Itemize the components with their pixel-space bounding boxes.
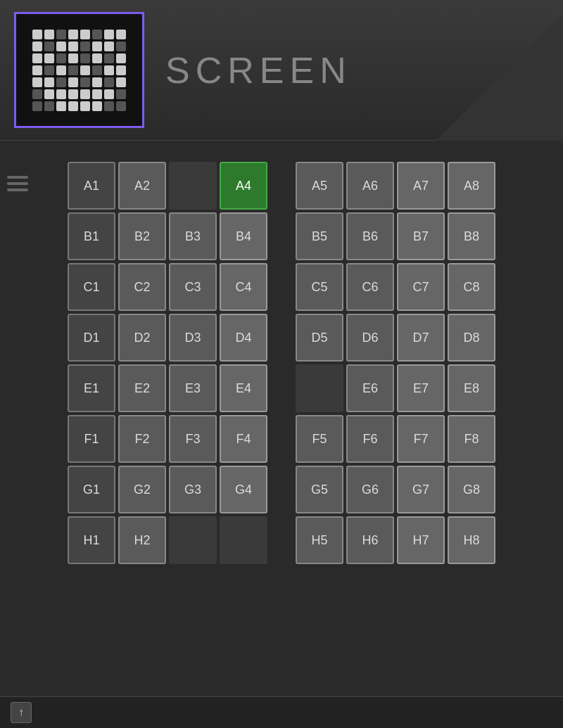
seat-a6[interactable]: A6 xyxy=(346,162,394,210)
dot xyxy=(104,53,114,63)
seat-c3[interactable]: C3 xyxy=(169,263,217,311)
seat-a1[interactable]: A1 xyxy=(68,162,115,210)
dot xyxy=(32,89,42,99)
seat-b5[interactable]: B5 xyxy=(296,212,343,260)
seat-d3[interactable]: D3 xyxy=(169,314,217,362)
seat-c7[interactable]: C7 xyxy=(397,263,445,311)
seat-row: H1H2 xyxy=(68,516,267,564)
seat-b3[interactable]: B3 xyxy=(169,212,217,260)
seat-h2[interactable]: H2 xyxy=(118,516,166,564)
seat-g7[interactable]: G7 xyxy=(397,466,445,513)
seat-f7[interactable]: F7 xyxy=(397,415,445,463)
dot xyxy=(116,53,126,63)
menu-icon[interactable] xyxy=(7,176,28,191)
dot xyxy=(116,30,126,39)
seat-b2[interactable]: B2 xyxy=(118,212,166,260)
seat-g2[interactable]: G2 xyxy=(118,466,166,513)
seat-row: F1F2F3F4 xyxy=(68,415,267,463)
seat-d5[interactable]: D5 xyxy=(296,314,343,362)
seat-d4[interactable]: D4 xyxy=(220,314,267,362)
dot xyxy=(80,65,90,75)
dot xyxy=(68,30,78,39)
dot xyxy=(56,77,66,87)
seat-e7[interactable]: E7 xyxy=(397,364,445,412)
seat-b8[interactable]: B8 xyxy=(448,212,495,260)
seat-c8[interactable]: C8 xyxy=(448,263,495,311)
seat-g5[interactable]: G5 xyxy=(296,466,343,513)
seat-f3[interactable]: F3 xyxy=(169,415,217,463)
seat-row: G1G2G3G4 xyxy=(68,466,267,513)
seat-e1[interactable]: E1 xyxy=(68,364,115,412)
seat-h8[interactable]: H8 xyxy=(448,516,495,564)
right-section: A5A6A7A8B5B6B7B8C5C6C7C8D5D6D7D8E6E7E8F5… xyxy=(296,162,495,564)
seat-d7[interactable]: D7 xyxy=(397,314,445,362)
logo xyxy=(14,12,144,128)
seat-e4[interactable]: E4 xyxy=(220,364,267,412)
seat-e2[interactable]: E2 xyxy=(118,364,166,412)
seat-a2[interactable]: A2 xyxy=(118,162,166,210)
seat-c6[interactable]: C6 xyxy=(346,263,394,311)
dot xyxy=(32,65,42,75)
seat-b7[interactable]: B7 xyxy=(397,212,445,260)
menu-line-2 xyxy=(7,182,28,185)
seat-g3[interactable]: G3 xyxy=(169,466,217,513)
dot xyxy=(56,53,66,63)
seat-a4[interactable]: A4 xyxy=(220,162,267,210)
scroll-up-button[interactable]: ↑ xyxy=(11,702,32,723)
dot xyxy=(104,41,114,51)
seat-g4[interactable]: G4 xyxy=(220,466,267,513)
dot xyxy=(116,77,126,87)
seat-d6[interactable]: D6 xyxy=(346,314,394,362)
dot xyxy=(32,30,42,39)
dot xyxy=(68,77,78,87)
seat-d2[interactable]: D2 xyxy=(118,314,166,362)
dot xyxy=(56,41,66,51)
seat-row: E6E7E8 xyxy=(296,364,495,412)
seat-c4[interactable]: C4 xyxy=(220,263,267,311)
seat-f4[interactable]: F4 xyxy=(220,415,267,463)
dot xyxy=(68,89,78,99)
seat-c1[interactable]: C1 xyxy=(68,263,115,311)
seat-g1[interactable]: G1 xyxy=(68,466,115,513)
seat-d8[interactable]: D8 xyxy=(448,314,495,362)
seat-b4[interactable]: B4 xyxy=(220,212,267,260)
seat-a7[interactable]: A7 xyxy=(397,162,445,210)
seat-a8[interactable]: A8 xyxy=(448,162,495,210)
seat-h4 xyxy=(220,516,267,564)
seat-h1[interactable]: H1 xyxy=(68,516,115,564)
sidebar-icons[interactable] xyxy=(7,176,28,191)
seat-f5[interactable]: F5 xyxy=(296,415,343,463)
seat-f1[interactable]: F1 xyxy=(68,415,115,463)
seat-h6[interactable]: H6 xyxy=(346,516,394,564)
seat-e6[interactable]: E6 xyxy=(346,364,394,412)
seat-c5[interactable]: C5 xyxy=(296,263,343,311)
dot xyxy=(44,30,54,39)
dot xyxy=(104,30,114,39)
seat-row: C1C2C3C4 xyxy=(68,263,267,311)
seat-b6[interactable]: B6 xyxy=(346,212,394,260)
seat-c2[interactable]: C2 xyxy=(118,263,166,311)
seat-g8[interactable]: G8 xyxy=(448,466,495,513)
dot xyxy=(92,30,102,39)
seat-g6[interactable]: G6 xyxy=(346,466,394,513)
seat-h7[interactable]: H7 xyxy=(397,516,445,564)
seat-row: A5A6A7A8 xyxy=(296,162,495,210)
dot xyxy=(116,89,126,99)
seat-e8[interactable]: E8 xyxy=(448,364,495,412)
seat-a5[interactable]: A5 xyxy=(296,162,343,210)
seat-f2[interactable]: F2 xyxy=(118,415,166,463)
seat-b1[interactable]: B1 xyxy=(68,212,115,260)
dot xyxy=(44,77,54,87)
dot xyxy=(68,65,78,75)
dot xyxy=(56,30,66,39)
seat-row: H5H6H7H8 xyxy=(296,516,495,564)
seat-e3[interactable]: E3 xyxy=(169,364,217,412)
header-accent xyxy=(387,0,563,141)
seat-d1[interactable]: D1 xyxy=(68,314,115,362)
seat-f6[interactable]: F6 xyxy=(346,415,394,463)
dot xyxy=(80,53,90,63)
dot xyxy=(80,77,90,87)
seat-f8[interactable]: F8 xyxy=(448,415,495,463)
seat-h5[interactable]: H5 xyxy=(296,516,343,564)
dot xyxy=(116,65,126,75)
